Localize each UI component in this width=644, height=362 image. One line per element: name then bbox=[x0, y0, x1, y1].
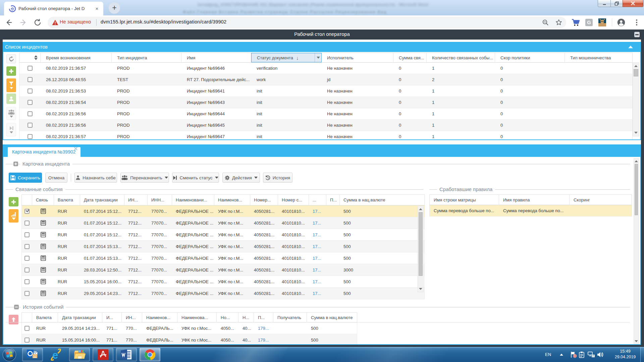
column-header-Валюта[interactable]: Валюта bbox=[32, 313, 58, 322]
column-dropdown-button[interactable] bbox=[315, 53, 321, 62]
column-header[interactable] bbox=[22, 195, 32, 205]
taskbar-word-button[interactable] bbox=[116, 348, 137, 361]
incidents-panel-header[interactable]: Список инцидентов bbox=[3, 43, 640, 52]
row-checkbox[interactable] bbox=[24, 326, 30, 331]
cell-link[interactable]: 17... bbox=[313, 232, 321, 237]
history-up-button[interactable] bbox=[9, 315, 18, 324]
row-checkbox[interactable] bbox=[24, 279, 30, 284]
cell-link[interactable]: 17... bbox=[313, 291, 321, 296]
related-scrollbar[interactable] bbox=[418, 206, 424, 292]
scroll-up-icon[interactable] bbox=[635, 160, 638, 162]
cell-link[interactable]: 17... bbox=[313, 267, 321, 273]
row-checkbox[interactable] bbox=[28, 66, 33, 71]
volume-icon[interactable] bbox=[597, 351, 604, 358]
window-close-button[interactable] bbox=[623, 0, 643, 7]
column-header-Но...[interactable]: Но... bbox=[217, 313, 238, 322]
column-header-Номер с...[interactable]: Номер с... bbox=[278, 195, 309, 205]
scroll-down-icon[interactable] bbox=[635, 340, 638, 342]
row-checkbox[interactable] bbox=[28, 77, 33, 82]
table-row[interactable]: 08.02.2019 21:36:57PRODИнцидент №69646ve… bbox=[19, 63, 632, 74]
forward-icon[interactable] bbox=[19, 18, 28, 27]
scroll-down-icon[interactable] bbox=[419, 288, 422, 290]
column-header-Наименов...[interactable]: Наименов... bbox=[142, 313, 177, 322]
column-header-Имя правила[interactable]: Имя правила bbox=[499, 195, 570, 205]
table-row[interactable]: 26.12.2018 06:48:55TESTRT 27. Подозрител… bbox=[19, 74, 632, 85]
row-checkbox[interactable] bbox=[28, 134, 33, 139]
cancel-button[interactable]: Отмена bbox=[45, 173, 67, 183]
column-header-ИН...[interactable]: ИН... bbox=[124, 195, 148, 205]
back-icon[interactable] bbox=[4, 18, 13, 27]
row-checkbox[interactable] bbox=[24, 291, 30, 296]
change-status-button[interactable]: Сменить статус bbox=[172, 173, 219, 183]
column-header-Дата транзакции[interactable]: Дата транзакции bbox=[80, 195, 124, 205]
related-chart-button[interactable] bbox=[9, 209, 18, 223]
sort-diamond-icon[interactable] bbox=[34, 55, 38, 60]
g-extension-icon[interactable]: G bbox=[585, 19, 593, 26]
column-header-Сумма в нац.валюте[interactable]: Сумма в нац.валюте bbox=[340, 195, 418, 205]
column-header-Имя строки матрицы[interactable]: Имя строки матрицы bbox=[430, 195, 499, 205]
table-row[interactable]: 08.02.2019 21:36:53PRODИнцидент №69641in… bbox=[19, 85, 632, 97]
row-checkbox[interactable] bbox=[24, 267, 30, 273]
card-tab-close-icon[interactable]: ✕ bbox=[73, 146, 78, 152]
taskbar-clock[interactable]: 15:49 29.04.2019 bbox=[610, 349, 640, 360]
filter-button[interactable] bbox=[6, 78, 16, 92]
table-row[interactable]: RUR01.07.2014 15:12...7712...77070...ФЕД… bbox=[22, 217, 424, 229]
show-desktop-button[interactable] bbox=[640, 347, 644, 362]
window-restore-button[interactable] bbox=[610, 0, 623, 7]
column-header-ИН...[interactable]: ИН... bbox=[122, 313, 142, 322]
collapse-toggle-icon[interactable] bbox=[14, 305, 19, 309]
action-center-flag-icon[interactable] bbox=[570, 351, 577, 358]
row-checkbox[interactable] bbox=[24, 209, 30, 214]
app-collapse-button[interactable] bbox=[634, 32, 640, 37]
zoom-indicator-icon[interactable] bbox=[542, 19, 549, 26]
table-row[interactable]: 08.02.2019 21:36:57PRODИнцидент №69647in… bbox=[19, 131, 632, 139]
group-assign-button[interactable] bbox=[6, 107, 16, 120]
column-header-Скор политики[interactable]: Скор политики bbox=[495, 53, 565, 62]
start-button[interactable] bbox=[2, 348, 16, 362]
row-checkbox[interactable] bbox=[24, 232, 30, 237]
column-header-П...[interactable]: П... bbox=[254, 313, 273, 322]
scrollbar-thumb[interactable] bbox=[419, 212, 423, 276]
column-header-...[interactable]: ... bbox=[309, 195, 326, 205]
column-header-Сумма в нац.валюте[interactable]: Сумма в нац.валюте bbox=[307, 313, 358, 322]
row-checkbox[interactable] bbox=[28, 123, 33, 128]
avatar-extension-icon[interactable] bbox=[598, 18, 606, 26]
table-row[interactable]: RUR15.05.2014 16:00...7712...77070...ФЕД… bbox=[22, 276, 424, 288]
column-header-Имя[interactable]: Имя bbox=[181, 53, 251, 62]
table-row[interactable]: RUR01.07.2014 15:13...7712...77070...ФЕД… bbox=[22, 252, 424, 264]
taskbar-explorer-button[interactable] bbox=[69, 348, 90, 361]
network-icon[interactable] bbox=[588, 352, 595, 358]
scrollbar-thumb[interactable] bbox=[634, 69, 638, 76]
add-related-button[interactable] bbox=[9, 197, 18, 206]
column-header-Количество связанных собы...[interactable]: Количество связанных собы... bbox=[427, 53, 495, 62]
assign-user-button[interactable] bbox=[6, 94, 16, 104]
column-header-Связь[interactable]: Связь bbox=[32, 195, 54, 205]
table-row[interactable]: 08.02.2019 21:36:56PRODИнцидент №69644in… bbox=[19, 108, 632, 120]
column-header-Наименова...[interactable]: Наименова... bbox=[177, 313, 217, 322]
scroll-up-icon[interactable] bbox=[419, 208, 422, 210]
reassign-button[interactable]: Переназначить bbox=[120, 173, 169, 183]
scrollbar-thumb[interactable] bbox=[635, 164, 638, 215]
table-row[interactable]: Сумма перевода больше по...Сумма перевод… bbox=[430, 205, 632, 217]
column-header-ИНН...[interactable]: ИНН... bbox=[148, 195, 172, 205]
tab-close-icon[interactable]: × bbox=[94, 6, 100, 12]
column-header-Сумма свя...[interactable]: Сумма свя... bbox=[393, 53, 427, 62]
scroll-down-icon[interactable] bbox=[634, 132, 638, 134]
row-checkbox[interactable] bbox=[24, 244, 30, 249]
add-incident-button[interactable] bbox=[6, 66, 16, 76]
reload-icon[interactable] bbox=[33, 18, 42, 27]
row-checkbox[interactable] bbox=[24, 338, 30, 343]
history-button[interactable]: История bbox=[263, 173, 292, 183]
card-tab[interactable]: Карточка инцидента №39902 ✕ bbox=[8, 147, 80, 157]
column-header-Наименовани...[interactable]: Наименовани... bbox=[172, 195, 214, 205]
scroll-up-icon[interactable] bbox=[634, 65, 638, 67]
address-bar[interactable]: Не защищено dvm155.lpr.jet.msk.su/#deskt… bbox=[48, 17, 566, 28]
incidents-scrollbar[interactable] bbox=[633, 62, 639, 136]
column-header[interactable] bbox=[22, 313, 32, 322]
cell-link[interactable]: 17... bbox=[313, 279, 321, 284]
refresh-button[interactable] bbox=[6, 54, 16, 63]
collapse-panel-icon[interactable] bbox=[628, 46, 633, 48]
window-minimize-button[interactable] bbox=[598, 0, 610, 7]
column-header[interactable] bbox=[19, 53, 41, 62]
skip-status-button[interactable] bbox=[6, 123, 16, 136]
